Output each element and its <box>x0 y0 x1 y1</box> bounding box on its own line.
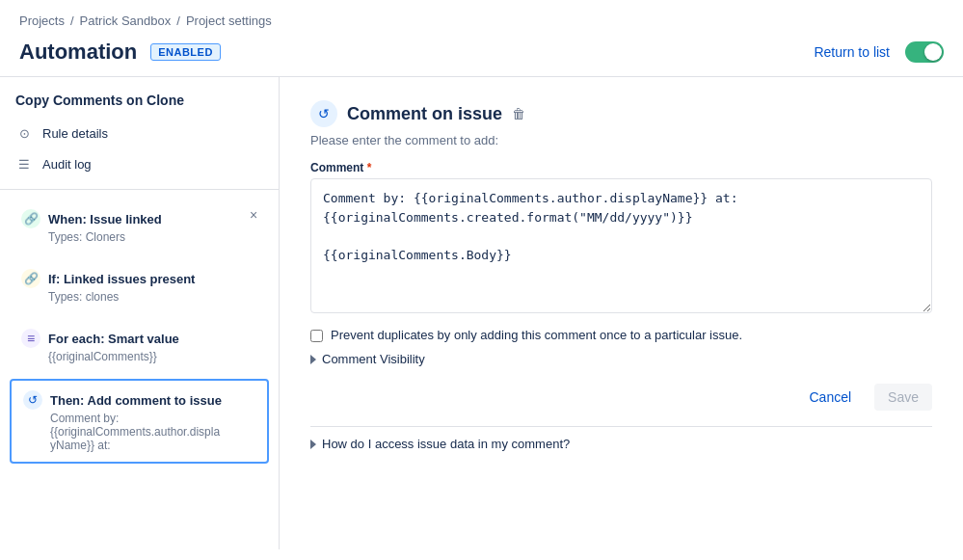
when-issue-linked-sub: Types: Cloners <box>21 230 257 244</box>
rule-details-icon: ⊙ <box>15 124 33 142</box>
comment-visibility-row[interactable]: Comment Visibility <box>310 352 932 366</box>
panel-header: ↺ Comment on issue 🗑 <box>310 100 932 127</box>
how-to-chevron-icon <box>310 440 316 449</box>
when-issue-linked-icon: 🔗 <box>21 209 40 228</box>
then-add-comment-sub: Comment by: {{originalComments.author.di… <box>23 412 255 452</box>
comment-textarea[interactable]: Comment by: {{originalComments.author.di… <box>310 178 932 313</box>
foreach-sub: {{originalComments}} <box>21 350 257 363</box>
foreach-label: For each: Smart value <box>48 332 257 346</box>
then-add-comment-icon: ↺ <box>23 390 42 410</box>
sidebar: Copy Comments on Clone ⊙ Rule details ☰ … <box>0 77 280 549</box>
flow-item-when-issue-linked[interactable]: 🔗 When: Issue linked × Types: Cloners <box>10 200 269 253</box>
page-title: Automation <box>19 40 137 65</box>
delete-icon[interactable]: 🗑 <box>512 106 525 121</box>
flow-item-foreach[interactable]: ≡ For each: Smart value {{originalCommen… <box>10 319 269 373</box>
sidebar-section-title: Copy Comments on Clone <box>0 93 279 118</box>
enabled-badge: ENABLED <box>150 43 221 61</box>
sidebar-item-audit-log[interactable]: ☰ Audit log <box>0 148 279 179</box>
then-add-comment-label: Then: Add comment to issue <box>50 393 255 408</box>
if-linked-label: If: Linked issues present <box>48 272 257 286</box>
prevent-duplicates-label[interactable]: Prevent duplicates by only adding this c… <box>331 328 742 342</box>
sidebar-divider <box>0 189 279 190</box>
return-to-list-link[interactable]: Return to list <box>814 44 890 60</box>
panel-title: Comment on issue <box>347 104 502 124</box>
content-panel: ↺ Comment on issue 🗑 Please enter the co… <box>280 77 963 549</box>
toggle-knob <box>924 43 942 61</box>
save-button[interactable]: Save <box>874 384 932 411</box>
sidebar-nav-label-rule-details: Rule details <box>42 126 108 141</box>
when-issue-linked-close[interactable]: × <box>246 207 261 223</box>
flow-item-when-header: 🔗 When: Issue linked × <box>21 209 257 228</box>
prevent-duplicates-checkbox[interactable] <box>310 330 323 342</box>
automation-toggle[interactable] <box>905 41 944 63</box>
audit-log-icon: ☰ <box>15 155 33 173</box>
chevron-right-icon <box>310 355 316 364</box>
flow-item-then-header: ↺ Then: Add comment to issue <box>23 390 255 410</box>
flow-item-foreach-header: ≡ For each: Smart value <box>21 329 257 348</box>
sidebar-item-rule-details[interactable]: ⊙ Rule details <box>0 118 279 148</box>
sidebar-nav-label-audit-log: Audit log <box>42 157 92 172</box>
flow-item-then-add-comment[interactable]: ↺ Then: Add comment to issue Comment by:… <box>10 379 269 464</box>
prevent-duplicates-row: Prevent duplicates by only adding this c… <box>310 328 932 342</box>
cancel-button[interactable]: Cancel <box>795 384 865 411</box>
if-linked-icon: 🔗 <box>21 269 40 288</box>
if-linked-sub: Types: clones <box>21 290 257 304</box>
flow-item-if-linked[interactable]: 🔗 If: Linked issues present Types: clone… <box>10 259 269 313</box>
flow-item-if-header: 🔗 If: Linked issues present <box>21 269 257 288</box>
breadcrumb-sandbox[interactable]: Patrick Sandbox <box>80 13 172 28</box>
when-issue-linked-label: When: Issue linked <box>48 212 257 227</box>
breadcrumb-current: Project settings <box>186 13 272 28</box>
comment-visibility-label: Comment Visibility <box>322 352 425 366</box>
breadcrumb-projects[interactable]: Projects <box>19 13 65 28</box>
breadcrumb: Projects / Patrick Sandbox / Project set… <box>0 0 963 34</box>
comment-field-label: Comment * <box>310 161 932 174</box>
foreach-icon: ≡ <box>21 329 40 348</box>
header-actions: Return to list <box>814 41 944 63</box>
panel-description: Please enter the comment to add: <box>310 133 932 147</box>
how-to-row[interactable]: How do I access issue data in my comment… <box>310 426 932 451</box>
panel-icon: ↺ <box>310 100 337 127</box>
main-layout: Copy Comments on Clone ⊙ Rule details ☰ … <box>0 76 963 549</box>
how-to-label: How do I access issue data in my comment… <box>322 437 570 451</box>
page-header: Automation ENABLED Return to list <box>0 34 963 76</box>
action-bar: Cancel Save <box>310 384 932 418</box>
